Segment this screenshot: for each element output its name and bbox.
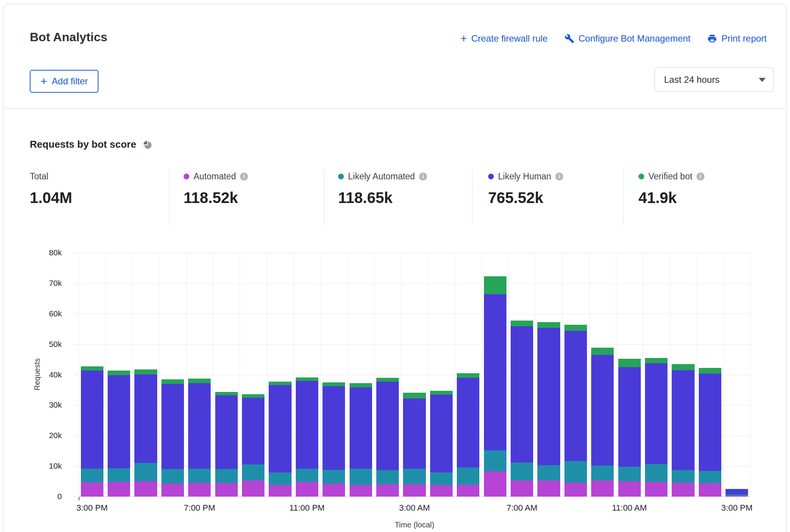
bar-segment-verified-bot[interactable] xyxy=(699,368,721,374)
bar-segment-likely-human[interactable] xyxy=(108,375,130,468)
bar-segment-likely-automated[interactable] xyxy=(484,450,506,471)
bar-segment-verified-bot[interactable] xyxy=(457,373,479,378)
bar-segment-likely-automated[interactable] xyxy=(672,470,694,483)
bar-segment-verified-bot[interactable] xyxy=(564,325,587,331)
bar-segment-likely-human[interactable] xyxy=(484,294,506,450)
bar-segment-automated[interactable] xyxy=(645,482,667,497)
info-icon[interactable]: i xyxy=(240,172,248,181)
bar-segment-likely-automated[interactable] xyxy=(726,495,748,496)
bar-segment-automated[interactable] xyxy=(672,483,694,497)
bar-segment-verified-bot[interactable] xyxy=(134,369,157,374)
bar-segment-likely-human[interactable] xyxy=(403,398,426,469)
bar-segment-likely-human[interactable] xyxy=(591,355,614,466)
bar-segment-likely-human[interactable] xyxy=(537,328,560,465)
bar-segment-automated[interactable] xyxy=(618,481,641,497)
bar-segment-likely-automated[interactable] xyxy=(645,464,667,482)
bar-segment-verified-bot[interactable] xyxy=(269,382,291,385)
bar-segment-verified-bot[interactable] xyxy=(296,377,318,381)
bar-segment-likely-human[interactable] xyxy=(161,384,184,469)
bar-segment-automated[interactable] xyxy=(484,471,506,497)
bar-segment-likely-automated[interactable] xyxy=(376,470,399,484)
bar-segment-automated[interactable] xyxy=(457,485,479,497)
bar-segment-verified-bot[interactable] xyxy=(403,393,426,398)
bar-segment-automated[interactable] xyxy=(269,485,291,497)
bar-segment-likely-automated[interactable] xyxy=(108,468,130,482)
bar-segment-likely-automated[interactable] xyxy=(430,472,453,485)
bar-segment-verified-bot[interactable] xyxy=(108,371,130,375)
print-report-link[interactable]: Print report xyxy=(707,33,767,44)
bar-segment-automated[interactable] xyxy=(537,480,560,497)
bar-segment-verified-bot[interactable] xyxy=(350,383,372,387)
bar-segment-verified-bot[interactable] xyxy=(484,276,506,294)
bar-segment-likely-automated[interactable] xyxy=(699,471,721,483)
bar-segment-verified-bot[interactable] xyxy=(618,359,641,367)
bar-segment-verified-bot[interactable] xyxy=(672,364,694,370)
bar-segment-likely-automated[interactable] xyxy=(618,467,641,481)
configure-bot-management-link[interactable]: Configure Bot Management xyxy=(564,33,691,44)
bar-segment-likely-human[interactable] xyxy=(188,383,211,469)
bar-segment-verified-bot[interactable] xyxy=(81,366,103,371)
bar-segment-likely-automated[interactable] xyxy=(188,469,211,483)
bar-segment-likely-automated[interactable] xyxy=(403,469,426,484)
bar-segment-likely-automated[interactable] xyxy=(296,469,318,482)
bar-segment-likely-automated[interactable] xyxy=(322,470,345,484)
bar-segment-likely-automated[interactable] xyxy=(242,464,264,480)
bar-segment-automated[interactable] xyxy=(108,482,130,497)
bar-segment-automated[interactable] xyxy=(699,483,721,497)
bar-segment-likely-automated[interactable] xyxy=(215,469,238,483)
bar-segment-likely-human[interactable] xyxy=(430,395,453,472)
bar-segment-verified-bot[interactable] xyxy=(591,348,614,355)
bar-segment-automated[interactable] xyxy=(564,483,587,497)
bar-segment-automated[interactable] xyxy=(430,485,453,497)
bar-segment-verified-bot[interactable] xyxy=(161,379,184,384)
bar-segment-automated[interactable] xyxy=(726,496,748,497)
bar-segment-verified-bot[interactable] xyxy=(322,382,345,386)
info-icon[interactable]: i xyxy=(419,172,427,181)
info-icon[interactable]: i xyxy=(555,172,563,181)
bar-segment-automated[interactable] xyxy=(322,484,345,497)
bar-segment-likely-automated[interactable] xyxy=(269,472,291,485)
create-firewall-rule-link[interactable]: + Create firewall rule xyxy=(460,33,548,44)
bar-segment-verified-bot[interactable] xyxy=(430,391,453,395)
bar-segment-likely-human[interactable] xyxy=(645,363,667,464)
bar-segment-likely-human[interactable] xyxy=(726,489,748,495)
bar-segment-likely-automated[interactable] xyxy=(81,469,103,483)
bar-segment-likely-automated[interactable] xyxy=(537,465,560,481)
bar-segment-automated[interactable] xyxy=(403,484,426,497)
bar-segment-automated[interactable] xyxy=(242,480,264,497)
bar-segment-likely-human[interactable] xyxy=(242,398,264,464)
bar-segment-verified-bot[interactable] xyxy=(726,489,748,489)
bar-segment-verified-bot[interactable] xyxy=(188,379,211,383)
bar-segment-likely-automated[interactable] xyxy=(457,468,479,485)
bar-segment-likely-human[interactable] xyxy=(672,370,694,470)
bar-segment-likely-automated[interactable] xyxy=(134,463,157,481)
bar-segment-likely-human[interactable] xyxy=(376,382,399,470)
info-icon[interactable]: i xyxy=(696,172,705,181)
bar-segment-automated[interactable] xyxy=(511,480,533,497)
bar-segment-verified-bot[interactable] xyxy=(511,321,533,326)
bar-segment-likely-human[interactable] xyxy=(296,381,318,468)
bar-segment-automated[interactable] xyxy=(376,484,399,497)
bar-segment-likely-human[interactable] xyxy=(618,367,641,466)
bar-segment-automated[interactable] xyxy=(134,481,157,497)
bar-segment-verified-bot[interactable] xyxy=(645,358,667,363)
bar-segment-verified-bot[interactable] xyxy=(537,322,560,328)
bar-segment-likely-automated[interactable] xyxy=(511,463,533,480)
bar-segment-likely-automated[interactable] xyxy=(564,461,587,483)
bar-segment-likely-human[interactable] xyxy=(457,378,479,468)
bar-segment-likely-automated[interactable] xyxy=(591,466,614,481)
bar-segment-verified-bot[interactable] xyxy=(376,378,399,382)
bar-segment-likely-human[interactable] xyxy=(215,395,238,469)
bar-segment-automated[interactable] xyxy=(81,482,103,497)
bar-segment-likely-human[interactable] xyxy=(350,387,372,469)
bar-segment-likely-human[interactable] xyxy=(269,385,291,472)
bar-segment-likely-human[interactable] xyxy=(511,326,533,462)
bar-segment-automated[interactable] xyxy=(215,483,238,497)
bar-segment-likely-human[interactable] xyxy=(699,374,721,471)
bar-segment-likely-human[interactable] xyxy=(81,371,103,468)
bar-segment-likely-automated[interactable] xyxy=(350,469,372,485)
bar-segment-automated[interactable] xyxy=(591,480,614,497)
bar-segment-likely-human[interactable] xyxy=(134,374,157,463)
bar-segment-automated[interactable] xyxy=(350,485,372,497)
bar-segment-verified-bot[interactable] xyxy=(242,394,264,398)
